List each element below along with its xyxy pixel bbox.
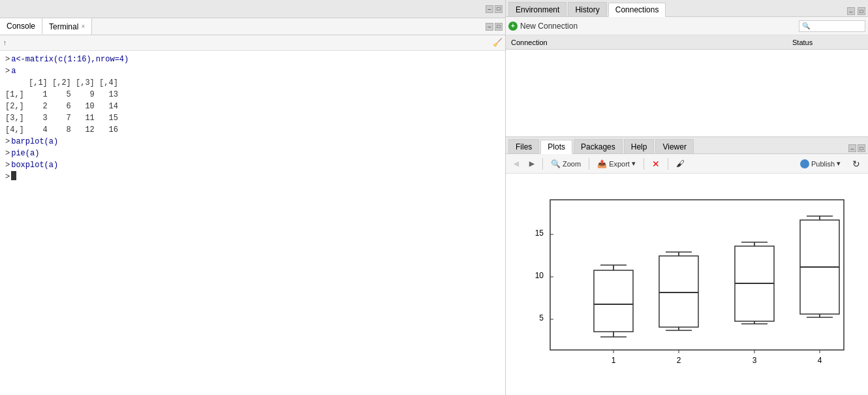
tab-environment-label: Environment — [516, 5, 559, 14]
console-output-row2: [2,] 2 6 10 14 — [5, 101, 500, 112]
console-line-2: > a — [5, 65, 500, 77]
console-toolbar: ↑ 🧹 — [0, 35, 505, 51]
publish-button[interactable]: Publish ▾ — [795, 158, 846, 170]
left-panel: — □ Console Terminal × — □ ↑ 🧹 > a<-matr… — [0, 0, 506, 395]
code-boxplot: boxplot(a) — [11, 159, 58, 171]
plots-win-controls: — □ — [848, 144, 865, 153]
right-panel: Environment History Connections — □ + Ne… — [506, 0, 868, 395]
connections-search-input[interactable] — [810, 22, 862, 30]
console-line-barplot: > barplot(a) — [5, 136, 500, 148]
delete-plot-button[interactable]: ✕ — [648, 157, 664, 170]
tab-environment[interactable]: Environment — [508, 2, 566, 16]
tab-console[interactable]: Console — [0, 18, 42, 35]
plots-minimize-icon[interactable]: — — [848, 144, 856, 152]
tab-files-label: Files — [516, 142, 532, 151]
output-row2: [2,] 2 6 10 14 — [5, 101, 118, 112]
plots-forward-arrow[interactable]: ▶ — [525, 157, 538, 170]
publish-arrow-icon: ▾ — [837, 159, 841, 168]
tab-connections[interactable]: Connections — [608, 3, 666, 17]
connections-table-header: Connection Status — [506, 35, 868, 50]
zoom-button[interactable]: 🔍 Zoom — [547, 158, 585, 170]
source-top-bar: — □ — [0, 0, 505, 18]
tab-history[interactable]: History — [568, 2, 606, 16]
prompt-barplot: > — [5, 136, 10, 148]
close-terminal-icon[interactable]: × — [81, 23, 85, 30]
tab-terminal[interactable]: Terminal × — [42, 18, 92, 35]
tab-help[interactable]: Help — [624, 139, 655, 153]
right-bottom-panel: Files Plots Packages Help Viewer — □ ◀ ▶ — [506, 137, 868, 395]
new-connection-label: New Connection — [520, 22, 578, 31]
minimize-icon[interactable]: — — [486, 5, 493, 13]
y-label-5: 5 — [539, 313, 544, 323]
tab-files[interactable]: Files — [508, 139, 539, 153]
toolbar-sep-1 — [542, 158, 543, 170]
cursor-block — [11, 171, 16, 180]
plots-content: 5 10 15 1 2 3 4 — [506, 174, 868, 395]
tab-help-label: Help — [631, 142, 647, 151]
x-label-3: 3 — [752, 356, 756, 365]
y-label-10: 10 — [535, 271, 544, 280]
tab-history-label: History — [575, 5, 599, 14]
brush-button[interactable]: 🖌 — [672, 157, 689, 170]
console-nav-up[interactable]: ↑ — [3, 39, 7, 47]
boxplot-svg: 5 10 15 1 2 3 4 — [518, 193, 857, 376]
export-button[interactable]: 📤 Export ▾ — [593, 158, 640, 170]
plots-toolbar: ◀ ▶ 🔍 Zoom 📤 Export ▾ ✕ 🖌 — [506, 154, 868, 174]
connections-search[interactable]: 🔍 — [799, 20, 865, 32]
top-right-maximize-icon[interactable]: □ — [858, 7, 865, 15]
toolbar-sep-2 — [589, 158, 589, 170]
console-line-1: > a<-matrix(c(1:16),nrow=4) — [5, 54, 500, 65]
console-output-row3: [3,] 3 7 11 15 — [5, 112, 500, 124]
toolbar-sep-4 — [668, 158, 668, 170]
console-line-boxplot: > boxplot(a) — [5, 159, 500, 171]
col-status-label: Status — [790, 39, 868, 46]
brush-icon: 🖌 — [676, 159, 685, 168]
box1 — [594, 270, 633, 332]
connections-body — [506, 50, 868, 136]
code-1: a<-matrix(c(1:16),nrow=4) — [11, 54, 129, 65]
top-right-win-controls: — □ — [847, 7, 865, 16]
console-maximize-icon[interactable]: □ — [495, 23, 503, 31]
plots-back-arrow[interactable]: ◀ — [510, 157, 523, 170]
prompt-boxplot: > — [5, 159, 10, 171]
prompt-cursor: > — [5, 171, 10, 183]
tab-terminal-label: Terminal — [49, 22, 78, 31]
console-cursor-line: > — [5, 171, 500, 183]
console-line-pie: > pie(a) — [5, 148, 500, 159]
console-win-controls: — □ — [486, 23, 505, 31]
tab-console-label: Console — [7, 22, 35, 31]
zoom-label: Zoom — [563, 160, 581, 168]
console-tab-bar: Console Terminal × — □ — [0, 18, 505, 35]
console-output: > a<-matrix(c(1:16),nrow=4) > a [,1] [,2… — [0, 51, 505, 395]
refresh-button[interactable]: ↻ — [848, 157, 864, 170]
prompt-2: > — [5, 65, 10, 77]
delete-icon: ✕ — [652, 159, 660, 169]
prompt-1: > — [5, 54, 10, 65]
tab-viewer-label: Viewer — [662, 142, 686, 151]
output-row3: [3,] 3 7 11 15 — [5, 112, 118, 124]
connections-toolbar: + New Connection 🔍 — [506, 17, 868, 35]
new-connection-button[interactable]: + New Connection — [508, 22, 578, 31]
output-header: [,1] [,2] [,3] [,4] — [5, 77, 118, 89]
toolbar-right-section: Publish ▾ ↻ — [795, 157, 864, 170]
col-connection-label: Connection — [506, 39, 790, 46]
publish-label: Publish — [811, 160, 835, 168]
env-tab-bar: Environment History Connections — □ — [506, 0, 868, 17]
tab-viewer[interactable]: Viewer — [655, 139, 693, 153]
x-label-2: 2 — [676, 356, 681, 365]
box2 — [659, 256, 698, 327]
y-label-15: 15 — [535, 229, 544, 238]
console-output-row4: [4,] 4 8 12 16 — [5, 124, 500, 136]
clear-console-icon[interactable]: 🧹 — [493, 38, 503, 48]
tab-plots[interactable]: Plots — [540, 140, 572, 154]
new-connection-icon: + — [508, 22, 518, 31]
toolbar-sep-3 — [643, 158, 644, 170]
search-icon: 🔍 — [802, 22, 810, 30]
console-minimize-icon[interactable]: — — [486, 23, 493, 31]
plots-maximize-icon[interactable]: □ — [858, 144, 865, 152]
output-row4: [4,] 4 8 12 16 — [5, 124, 118, 136]
tab-packages[interactable]: Packages — [574, 139, 623, 153]
maximize-icon[interactable]: □ — [495, 5, 503, 13]
tab-plots-label: Plots — [548, 142, 565, 151]
top-right-minimize-icon[interactable]: — — [847, 7, 855, 15]
